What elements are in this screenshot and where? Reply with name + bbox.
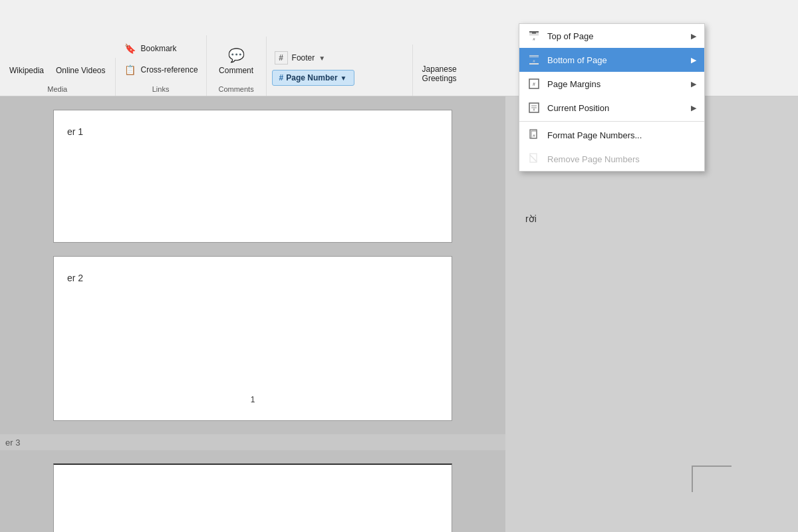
header-footer-group-label bbox=[267, 91, 412, 96]
ribbon-group-links: 🔖 Bookmark 📋 Cross-reference Links bbox=[116, 35, 207, 96]
page-2: er 2 1 bbox=[53, 256, 452, 421]
dropdown-item-page-margins[interactable]: # Page Margins ▶ bbox=[519, 72, 704, 96]
wikipedia-label: Wikipedia bbox=[9, 66, 44, 75]
ribbon-group-japanese: JapaneseGreetings bbox=[413, 57, 466, 96]
format-page-numbers-label: Format Page Numbers... bbox=[547, 130, 696, 140]
right-text-2: rời bbox=[525, 213, 778, 224]
footer-label: Footer bbox=[292, 53, 315, 63]
page-2-wrapper: er 2 1 bbox=[53, 256, 452, 421]
cross-reference-label: Cross-reference bbox=[141, 65, 198, 74]
dropdown-item-remove-page-numbers[interactable]: Remove Page Numbers bbox=[519, 147, 704, 171]
footer-icon: # bbox=[275, 51, 288, 65]
page-2-content bbox=[67, 286, 438, 392]
bookmark-label: Bookmark bbox=[141, 44, 177, 53]
page-3-content bbox=[67, 478, 438, 532]
media-group-label: Media bbox=[0, 83, 115, 96]
bottom-of-page-icon: # bbox=[527, 53, 541, 66]
current-position-arrow: ▶ bbox=[691, 104, 696, 112]
page-1-wrapper: er 1 bbox=[53, 110, 452, 243]
japanese-buttons: JapaneseGreetings bbox=[413, 57, 466, 91]
comments-buttons: 💬 Comment bbox=[207, 37, 266, 83]
svg-text:#: # bbox=[533, 82, 535, 86]
japanese-greetings-label: JapaneseGreetings bbox=[422, 65, 457, 83]
svg-rect-6 bbox=[529, 57, 539, 57]
page-2-footer-number: 1 bbox=[67, 392, 438, 407]
remove-page-numbers-label: Remove Page Numbers bbox=[547, 154, 696, 164]
page-break-3: er 3 bbox=[0, 434, 505, 450]
svg-rect-7 bbox=[529, 63, 539, 65]
comment-icon: 💬 bbox=[225, 45, 247, 66]
svg-rect-2 bbox=[529, 35, 539, 35]
svg-text:#: # bbox=[533, 59, 535, 63]
svg-line-19 bbox=[530, 155, 537, 162]
page-3-label: er 3 bbox=[5, 438, 20, 448]
bottom-of-page-label: Bottom of Page bbox=[547, 55, 684, 65]
japanese-group-label bbox=[413, 91, 466, 96]
svg-text:#: # bbox=[533, 37, 535, 41]
dropdown-item-current-position[interactable]: # Current Position ▶ bbox=[519, 96, 704, 120]
page-margins-label: Page Margins bbox=[547, 79, 684, 89]
page-margins-arrow: ▶ bbox=[691, 80, 696, 88]
page-number-hash-icon: # bbox=[279, 73, 284, 82]
dropdown-item-top-of-page[interactable]: # Top of Page ▶ bbox=[519, 24, 704, 48]
page-corner-graphic bbox=[692, 466, 732, 492]
page-3-wrapper bbox=[53, 464, 452, 532]
remove-page-numbers-icon bbox=[527, 152, 541, 166]
page-number-label: Page Number bbox=[286, 73, 337, 82]
japanese-greetings-button[interactable]: JapaneseGreetings bbox=[418, 62, 461, 86]
comment-label: Comment bbox=[219, 66, 253, 75]
format-page-numbers-icon: # bbox=[527, 128, 541, 142]
dropdown-item-bottom-of-page[interactable]: # Bottom of Page ▶ bbox=[519, 48, 704, 72]
ribbon-group-header-footer: # Footer ▼ # Page Number ▼ bbox=[267, 45, 413, 96]
online-videos-label: Online Videos bbox=[56, 66, 106, 75]
page-number-dropdown-arrow: ▼ bbox=[340, 74, 347, 82]
bookmark-icon: 🔖 bbox=[124, 42, 137, 55]
links-buttons: 🔖 Bookmark 📋 Cross-reference bbox=[116, 35, 206, 83]
page-1-label: er 1 bbox=[67, 124, 438, 140]
svg-text:#: # bbox=[533, 108, 535, 112]
svg-rect-5 bbox=[529, 55, 539, 56]
top-of-page-arrow: ▶ bbox=[691, 32, 696, 41]
dropdown-separator-1 bbox=[519, 121, 704, 122]
page-margins-icon: # bbox=[527, 77, 541, 90]
page-3 bbox=[53, 464, 452, 532]
comments-group-label: Comments bbox=[207, 83, 266, 96]
top-of-page-icon: # bbox=[527, 29, 541, 43]
page-1-content bbox=[67, 140, 438, 226]
document-area: er 1 er 2 1 er 3 bbox=[0, 96, 505, 532]
page-number-button[interactable]: # Page Number ▼ bbox=[272, 70, 354, 86]
page-2-label: er 2 bbox=[67, 270, 438, 286]
ribbon-group-media: Wikipedia Online Videos Media bbox=[0, 58, 116, 96]
bookmark-button[interactable]: 🔖 Bookmark bbox=[121, 41, 180, 57]
dropdown-item-format-page-numbers[interactable]: # Format Page Numbers... bbox=[519, 123, 704, 147]
comment-button[interactable]: 💬 Comment bbox=[215, 42, 257, 78]
footer-dropdown-icon: ▼ bbox=[319, 55, 325, 62]
links-group-label: Links bbox=[116, 83, 206, 96]
media-buttons: Wikipedia Online Videos bbox=[0, 58, 115, 83]
svg-text:#: # bbox=[533, 134, 535, 138]
ribbon-group-comments: 💬 Comment Comments bbox=[207, 37, 267, 96]
header-footer-buttons: # Footer ▼ # Page Number ▼ bbox=[267, 45, 412, 91]
current-position-icon: # bbox=[527, 101, 541, 114]
cross-reference-icon: 📋 bbox=[124, 63, 137, 76]
cross-reference-button[interactable]: 📋 Cross-reference bbox=[121, 62, 201, 78]
top-of-page-label: Top of Page bbox=[547, 31, 684, 41]
page-number-dropdown: # Top of Page ▶ # Bottom of Page ▶ # Pag… bbox=[519, 23, 705, 172]
footer-button[interactable]: # Footer ▼ bbox=[272, 50, 329, 66]
online-videos-button[interactable]: Online Videos bbox=[52, 63, 110, 78]
current-position-label: Current Position bbox=[547, 103, 684, 113]
svg-rect-0 bbox=[529, 31, 539, 33]
svg-rect-3 bbox=[532, 33, 536, 34]
wikipedia-button[interactable]: Wikipedia bbox=[5, 63, 48, 78]
bottom-of-page-arrow: ▶ bbox=[691, 56, 696, 65]
page-1: er 1 bbox=[53, 110, 452, 243]
